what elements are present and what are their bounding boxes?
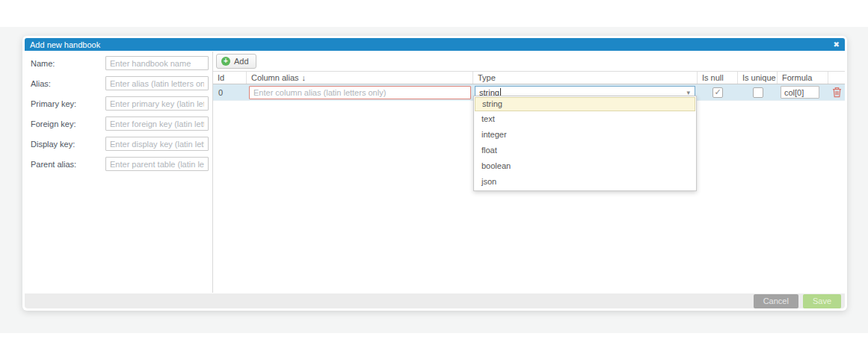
alias-label: Alias: [31, 79, 105, 88]
chevron-down-icon[interactable]: ▾ [686, 89, 690, 96]
is-unique-checkbox[interactable] [753, 87, 763, 98]
header-id[interactable]: Id [213, 72, 247, 84]
form-row-alias: Alias: [25, 76, 212, 90]
add-button-label: Add [234, 57, 249, 66]
formula-input[interactable] [781, 86, 819, 99]
header-is-unique[interactable]: Is unique [738, 72, 778, 84]
sort-desc-icon: ↓ [302, 73, 307, 82]
add-handbook-dialog: Add new handbook ✖ Name: Alias: Primary … [22, 36, 847, 311]
grid-header-row: Id Column alias ↓ Type Is null Is unique… [213, 72, 845, 84]
form-row-foreign-key: Foreign key: [25, 117, 212, 131]
alias-input[interactable] [105, 76, 209, 90]
delete-row-button[interactable] [832, 87, 842, 98]
form-row-parent-alias: Parent alias: [25, 157, 212, 171]
primary-key-input[interactable] [105, 96, 209, 111]
header-formula[interactable]: Formula [778, 72, 828, 84]
handbook-form: Name: Alias: Primary key: Foreign key: D… [25, 52, 213, 293]
column-alias-input[interactable] [249, 86, 471, 99]
header-is-null[interactable]: Is null [698, 72, 738, 84]
parent-alias-label: Parent alias: [31, 160, 105, 169]
trash-icon [832, 87, 842, 98]
dialog-footer: Cancel Save [25, 293, 845, 308]
form-row-display-key: Display key: [25, 137, 212, 151]
name-label: Name: [31, 59, 105, 68]
foreign-key-label: Foreign key: [31, 119, 105, 128]
row-is-unique-cell [738, 87, 778, 98]
name-input[interactable] [105, 56, 209, 70]
header-column-alias[interactable]: Column alias ↓ [247, 72, 473, 84]
row-formula-cell [778, 86, 828, 99]
dialog-titlebar: Add new handbook ✖ [25, 38, 845, 51]
is-null-checkbox[interactable]: ✓ [712, 87, 723, 98]
dropdown-option-integer[interactable]: integer [475, 127, 695, 143]
header-actions [828, 72, 845, 84]
dropdown-option-float[interactable]: float [475, 143, 695, 158]
row-alias-cell [247, 86, 473, 99]
form-row-name: Name: [25, 56, 212, 70]
parent-alias-input[interactable] [105, 157, 209, 171]
primary-key-label: Primary key: [31, 99, 105, 108]
dropdown-option-text[interactable]: text [475, 111, 695, 127]
dropdown-option-json[interactable]: json [475, 174, 695, 190]
display-key-label: Display key: [31, 140, 105, 149]
dialog-title: Add new handbook [30, 40, 100, 49]
row-id-value: 0 [213, 88, 247, 97]
header-type[interactable]: Type [473, 72, 698, 84]
cancel-button[interactable]: Cancel [754, 294, 798, 308]
dropdown-option-boolean[interactable]: boolean [475, 158, 695, 174]
type-dropdown-list: string text integer float boolean json [473, 96, 697, 191]
display-key-input[interactable] [105, 137, 209, 151]
row-delete-cell [828, 87, 845, 98]
grid-toolbar: + Add [213, 52, 845, 72]
form-row-primary-key: Primary key: [25, 96, 212, 111]
dropdown-option-string[interactable]: string [475, 97, 695, 111]
foreign-key-input[interactable] [105, 117, 209, 131]
row-is-null-cell: ✓ [698, 87, 738, 98]
save-button[interactable]: Save [803, 294, 841, 308]
close-icon[interactable]: ✖ [834, 41, 840, 49]
add-plus-icon: + [221, 57, 230, 66]
add-column-button[interactable]: + Add [216, 54, 256, 69]
